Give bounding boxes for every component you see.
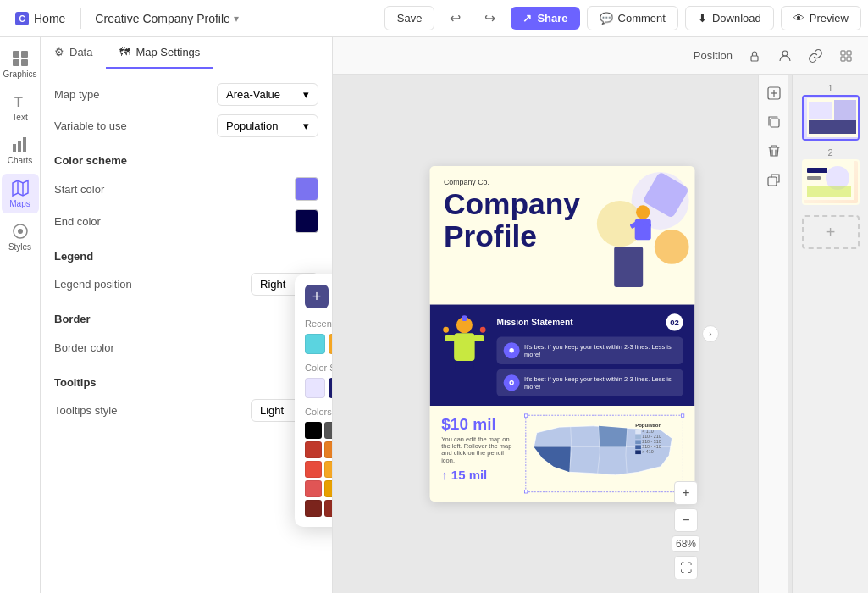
maps-icon: [11, 179, 30, 197]
home-label: Home: [34, 12, 65, 25]
thumb-frame-1: [802, 95, 860, 141]
tooltips-style-label: Tooltips style: [54, 404, 251, 417]
charts-icon: [11, 136, 30, 154]
settings-tabs: ⚙ Data 🗺 Map Settings: [41, 37, 332, 69]
download-icon: ⬇: [698, 12, 707, 25]
color-brick[interactable]: [324, 500, 333, 517]
svg-rect-14: [751, 56, 758, 61]
tab-data[interactable]: ⚙ Data: [41, 37, 106, 69]
border-section: Border Border color: [54, 313, 318, 359]
tab-map-settings[interactable]: 🗺 Map Settings: [106, 37, 213, 69]
share-button[interactable]: ↗ Share: [511, 7, 579, 30]
color-orange-dark[interactable]: [324, 441, 333, 458]
color-picker-header: +: [305, 285, 333, 308]
sidebar-item-text[interactable]: T Text: [2, 87, 39, 127]
share-icon: ↗: [522, 12, 532, 25]
recent-swatch-1[interactable]: [305, 334, 325, 354]
canvas-top-icons: [743, 44, 858, 68]
map-settings-icon: 🗺: [119, 46, 130, 58]
home-button[interactable]: C Home: [7, 8, 74, 29]
bullet1: It's best if you keep your text within 2…: [496, 336, 683, 364]
zoom-out-button[interactable]: −: [674, 508, 698, 532]
sidebar-item-styles[interactable]: Styles: [2, 217, 39, 257]
undo-button[interactable]: ↩: [441, 5, 469, 31]
svg-rect-24: [768, 177, 777, 186]
svg-text:< 110: < 110: [642, 429, 653, 434]
svg-rect-23: [771, 119, 779, 127]
sidebar-item-graphics[interactable]: Graphics: [2, 44, 39, 84]
dc-character: [441, 313, 487, 374]
svg-text:T: T: [14, 95, 23, 109]
map-type-select[interactable]: Area-Value ▾: [217, 83, 318, 106]
color-darkgrey[interactable]: [324, 422, 333, 439]
svg-rect-39: [467, 361, 473, 369]
preview-button[interactable]: 👁 Preview: [781, 6, 861, 30]
grid-icon[interactable]: [834, 44, 858, 68]
icon-sidebar: Graphics T Text Charts Maps Styles: [0, 37, 41, 593]
svg-rect-63: [807, 168, 827, 173]
thumbnail-2[interactable]: 2: [802, 147, 860, 205]
redo-button[interactable]: ↪: [476, 5, 504, 31]
duplicate-icon[interactable]: [762, 110, 786, 134]
canvas-right-icons: [758, 75, 788, 593]
thumbnail-1[interactable]: 1: [802, 83, 860, 141]
preview-icon: 👁: [793, 12, 804, 25]
person-icon[interactable]: [773, 44, 797, 68]
svg-rect-17: [847, 51, 851, 55]
start-color-swatch[interactable]: [295, 177, 318, 201]
variable-select[interactable]: Population ▾: [217, 114, 318, 137]
link-icon[interactable]: [804, 44, 827, 68]
end-color-swatch[interactable]: [295, 209, 318, 233]
bullet2-icon: [504, 374, 520, 391]
color-orange[interactable]: [324, 461, 333, 478]
map-type-row: Map type Area-Value ▾: [54, 83, 318, 106]
color-red-med[interactable]: [305, 480, 322, 497]
collapse-arrow-btn[interactable]: ›: [702, 325, 719, 342]
svg-rect-5: [21, 59, 28, 66]
legend-position-row: Legend position Right ▾: [54, 273, 318, 296]
chevron-down-icon: ▾: [303, 119, 309, 132]
svg-point-43: [509, 348, 513, 352]
amount2: ↑ 15 mil: [441, 468, 516, 483]
bullet1-icon: [504, 342, 520, 358]
legend-section: Legend Legend position Right ▾: [54, 250, 318, 296]
svg-point-40: [443, 327, 449, 333]
zoom-level: 68%: [672, 535, 700, 552]
svg-text:> 410: > 410: [642, 449, 653, 454]
color-picker-plus-btn[interactable]: +: [305, 285, 329, 308]
add-page-button[interactable]: +: [802, 215, 860, 249]
thumb-preview-1: [804, 97, 860, 139]
delete-icon[interactable]: [762, 139, 786, 163]
color-red-dark[interactable]: [305, 441, 322, 458]
lock-icon[interactable]: [743, 44, 766, 68]
scheme-swatch-1[interactable]: [305, 378, 325, 398]
dc-mission-section: Mission Statement 02 It's best if you ke…: [430, 304, 695, 406]
end-color-label: End color: [54, 215, 295, 228]
amount1: $10 mil: [441, 415, 516, 434]
dc-map-area: Population < 110 110 - 210 210 - 310 310…: [525, 415, 683, 492]
start-color-label: Start color: [54, 183, 295, 196]
canvas-content[interactable]: Company Co. Company Profile: [333, 75, 792, 593]
save-button[interactable]: Save: [384, 6, 435, 30]
color-black[interactable]: [305, 422, 322, 439]
color-orange-med[interactable]: [324, 480, 333, 497]
design-canvas: Company Co. Company Profile: [430, 166, 695, 502]
svg-rect-29: [614, 247, 643, 287]
document-title[interactable]: Creative Company Profile ▾: [88, 8, 246, 29]
mission-num: 02: [666, 313, 683, 330]
copy-icon[interactable]: [762, 168, 786, 191]
sidebar-item-charts[interactable]: Charts: [2, 130, 39, 170]
color-picker-popup: + Recent Colors Color Scheme - Original: [295, 274, 333, 527]
download-button[interactable]: ⬇ Download: [685, 6, 774, 30]
svg-point-13: [18, 229, 23, 234]
svg-rect-36: [445, 335, 455, 341]
add-page-icon[interactable]: [762, 81, 786, 105]
zoom-in-button[interactable]: +: [674, 481, 698, 505]
zoom-expand-button[interactable]: ⛶: [674, 556, 698, 579]
comment-button[interactable]: 💬 Comment: [587, 6, 678, 30]
color-maroon[interactable]: [305, 500, 322, 517]
color-red[interactable]: [305, 461, 322, 478]
svg-rect-59: [834, 100, 856, 120]
svg-rect-7: [13, 144, 16, 152]
sidebar-item-maps[interactable]: Maps: [2, 174, 39, 213]
